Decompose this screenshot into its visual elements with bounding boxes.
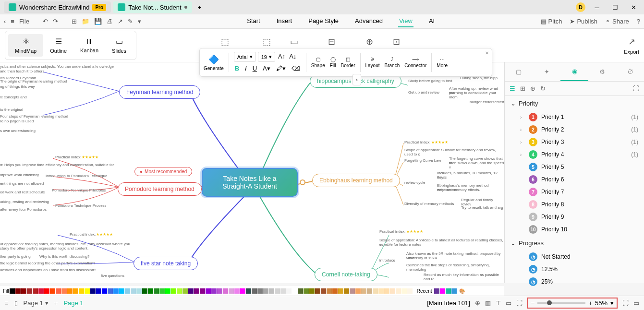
priority-item[interactable]: › 4 Priority 4 (1) xyxy=(510,148,638,161)
highlight-button[interactable]: 🖍▾ xyxy=(275,64,287,73)
color-swatch[interactable] xyxy=(27,288,32,294)
color-swatch[interactable] xyxy=(119,288,124,294)
view-kanban[interactable]: ⫼Kanban xyxy=(73,34,105,57)
color-swatch[interactable] xyxy=(396,288,401,294)
color-swatch[interactable] xyxy=(73,288,78,294)
color-swatch[interactable] xyxy=(15,288,21,294)
color-swatch[interactable] xyxy=(85,288,90,294)
minimize-button[interactable]: ─ xyxy=(590,2,604,12)
back-icon[interactable]: ‹ xyxy=(4,18,6,25)
file-menu[interactable]: File xyxy=(19,18,29,25)
home-tab[interactable]: Wondershare EdrawMind Pro xyxy=(4,1,111,13)
new-tab-button[interactable]: + xyxy=(194,2,206,13)
bold-button[interactable]: B xyxy=(234,64,240,73)
color-swatch[interactable] xyxy=(171,288,176,294)
priority-item[interactable]: › 1 Priority 1 (1) xyxy=(510,111,638,123)
generate-button[interactable]: 🔷 Generate xyxy=(204,54,224,71)
help-icon[interactable]: ? xyxy=(637,18,640,25)
color-swatch[interactable] xyxy=(240,288,245,294)
recent-color-swatch[interactable] xyxy=(451,288,457,294)
fullscreen-icon[interactable]: ⛶ xyxy=(622,299,629,307)
color-swatch[interactable] xyxy=(361,288,366,294)
recent-color-swatch[interactable] xyxy=(440,288,445,294)
zoom-out-button[interactable]: − xyxy=(531,299,535,307)
dropdown-icon[interactable]: ▾ xyxy=(138,18,141,25)
increase-font-button[interactable]: A↑ xyxy=(277,52,286,62)
color-swatch[interactable] xyxy=(10,288,15,294)
hamburger-icon[interactable]: ≡ xyxy=(11,18,14,25)
sb-icon-2[interactable]: ▥ xyxy=(485,299,491,307)
zoom-dropdown[interactable]: ▾ xyxy=(610,299,614,307)
color-swatch[interactable] xyxy=(131,288,136,294)
color-swatch[interactable] xyxy=(298,288,303,294)
pitch-button[interactable]: ▤Pitch xyxy=(541,18,562,25)
color-swatch[interactable] xyxy=(338,288,343,294)
color-swatch[interactable] xyxy=(50,288,55,294)
progress-item[interactable]: ◔ 25% xyxy=(510,275,638,288)
central-node[interactable]: Take Notes Like a Straight-A Student xyxy=(202,168,298,197)
publish-button[interactable]: ➤Publish xyxy=(570,18,597,25)
close-toolbar-button[interactable]: ✕ xyxy=(485,50,489,56)
clear-format-button[interactable]: ⌫ xyxy=(291,64,301,73)
export-button[interactable]: ↗Export xyxy=(624,36,639,55)
color-swatch[interactable] xyxy=(332,288,338,294)
color-swatch[interactable] xyxy=(344,288,349,294)
color-swatch[interactable] xyxy=(142,288,147,294)
rp-tab-topic[interactable]: ▢ xyxy=(505,62,533,81)
open-icon[interactable]: 📁 xyxy=(82,18,89,25)
rp-tab-settings[interactable]: ⚙ xyxy=(588,62,616,81)
priority-item[interactable]: 8 Priority 8 xyxy=(510,198,638,211)
sb-icon-1[interactable]: ⊕ xyxy=(475,299,480,307)
scroll-right-arrow[interactable]: › xyxy=(352,74,361,85)
color-swatch[interactable] xyxy=(113,288,119,294)
color-swatch[interactable] xyxy=(286,288,292,294)
pomodoro-node[interactable]: Pomodoro learning method xyxy=(118,182,202,196)
decrease-font-button[interactable]: A↓ xyxy=(288,52,297,62)
share-button[interactable]: ⚬Share xyxy=(605,18,629,25)
panel-toggle-icon[interactable]: ▯ xyxy=(14,299,18,307)
underline-button[interactable]: U xyxy=(252,64,258,73)
color-swatch[interactable] xyxy=(321,288,326,294)
color-swatch[interactable] xyxy=(102,288,107,294)
color-swatch[interactable] xyxy=(38,288,44,294)
menu-view[interactable]: View xyxy=(398,15,413,27)
color-swatch[interactable] xyxy=(315,288,320,294)
color-swatch[interactable] xyxy=(257,288,263,294)
shape-button[interactable]: ▢Shape xyxy=(311,57,325,68)
canvas[interactable]: Take Notes Like a Straight-A Student Fey… xyxy=(0,62,504,283)
color-picker-icon[interactable]: 🎨 xyxy=(459,288,465,294)
fivestar-node[interactable]: five star note taking xyxy=(134,257,198,270)
menu-ai[interactable]: AI xyxy=(428,15,436,27)
priority-item[interactable]: 5 Priority 5 xyxy=(510,161,638,173)
rp-tab-marker[interactable]: ◉ xyxy=(560,62,588,81)
color-swatch[interactable] xyxy=(401,288,407,294)
color-swatch[interactable] xyxy=(280,288,286,294)
page-select[interactable]: Page 1 ▾ xyxy=(24,299,49,307)
export-icon[interactable]: ↗ xyxy=(118,18,123,25)
maximize-button[interactable]: ☐ xyxy=(608,2,622,12)
priority-item[interactable]: 9 Priority 9 xyxy=(510,211,638,223)
node-handle[interactable] xyxy=(300,179,305,185)
rp-tab-ai[interactable]: ✦ xyxy=(533,62,560,81)
color-swatch[interactable] xyxy=(373,288,378,294)
priority-item[interactable]: 7 Priority 7 xyxy=(510,186,638,198)
color-swatch[interactable] xyxy=(229,288,234,294)
italic-button[interactable]: I xyxy=(244,64,248,73)
color-swatch[interactable] xyxy=(194,288,199,294)
color-swatch[interactable] xyxy=(165,288,170,294)
zoom-slider[interactable] xyxy=(537,302,585,304)
color-swatch[interactable] xyxy=(182,288,188,294)
priority-item[interactable]: › 3 Priority 3 (1) xyxy=(510,136,638,148)
color-swatch[interactable] xyxy=(327,288,332,294)
color-swatch[interactable] xyxy=(223,288,228,294)
color-swatch[interactable] xyxy=(125,288,130,294)
color-swatch[interactable] xyxy=(79,288,84,294)
color-swatch[interactable] xyxy=(33,288,38,294)
undo-icon[interactable]: ↶ xyxy=(43,18,48,25)
recent-color-swatch[interactable] xyxy=(434,288,439,294)
color-swatch[interactable] xyxy=(407,288,413,294)
page-tab[interactable]: Page 1 xyxy=(63,299,83,307)
view-mindmap[interactable]: ⚛MindMap xyxy=(8,34,43,57)
color-swatch[interactable] xyxy=(200,288,205,294)
border-button[interactable]: ◫Border xyxy=(340,57,355,68)
